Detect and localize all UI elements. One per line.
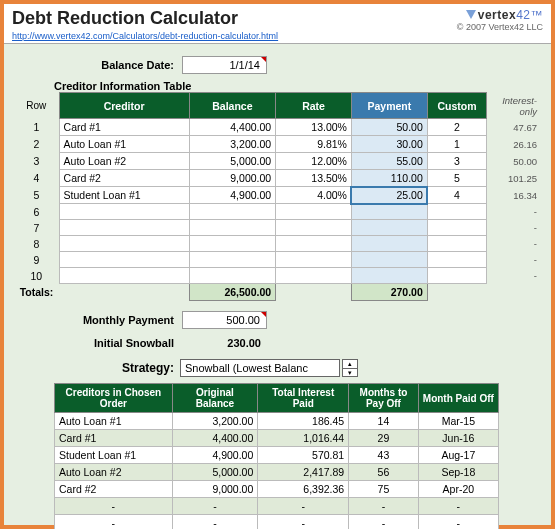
custom-cell[interactable] xyxy=(427,268,487,284)
custom-cell[interactable] xyxy=(427,204,487,220)
payment-cell[interactable]: 25.00 xyxy=(351,187,427,204)
custom-cell[interactable] xyxy=(427,220,487,236)
row-num: 9 xyxy=(14,252,59,268)
row-num: 1 xyxy=(14,119,59,136)
rate-cell[interactable] xyxy=(276,252,352,268)
col-custom: Custom xyxy=(427,93,487,119)
header: Debt Reduction Calculator http://www.ver… xyxy=(4,4,551,44)
payment-cell[interactable] xyxy=(351,236,427,252)
row-header: Row xyxy=(14,93,59,119)
result-interest: - xyxy=(258,515,349,530)
strategy-stepper[interactable]: ▴▾ xyxy=(342,359,358,377)
result-balance: - xyxy=(172,498,258,515)
result-balance: 9,000.00 xyxy=(172,481,258,498)
result-interest: 6,392.36 xyxy=(258,481,349,498)
custom-cell[interactable]: 2 xyxy=(427,119,487,136)
payment-cell[interactable]: 55.00 xyxy=(351,153,427,170)
result-paidoff: - xyxy=(418,515,498,530)
chevron-down-icon: ▾ xyxy=(343,369,357,377)
payment-cell[interactable] xyxy=(351,252,427,268)
monthly-payment-input[interactable]: 500.00 xyxy=(182,311,267,329)
balance-cell[interactable]: 4,900.00 xyxy=(189,187,276,204)
balance-cell[interactable]: 9,000.00 xyxy=(189,170,276,187)
rate-cell[interactable]: 9.81% xyxy=(276,136,352,153)
interest-only-label: Interest-only xyxy=(487,93,541,119)
result-creditor: Student Loan #1 xyxy=(55,447,173,464)
result-interest: 1,016.44 xyxy=(258,430,349,447)
strategy-select[interactable]: Snowball (Lowest Balanc xyxy=(180,359,340,377)
result-balance: - xyxy=(172,515,258,530)
creditor-cell[interactable] xyxy=(59,220,189,236)
interest-only-value: - xyxy=(487,268,541,284)
payment-cell[interactable]: 110.00 xyxy=(351,170,427,187)
result-creditor: Auto Loan #1 xyxy=(55,413,173,430)
svg-marker-0 xyxy=(466,10,476,19)
balance-date-input[interactable]: 1/1/14 xyxy=(182,56,267,74)
result-months: 43 xyxy=(349,447,419,464)
result-creditor: - xyxy=(55,498,173,515)
result-balance: 4,900.00 xyxy=(172,447,258,464)
col-balance: Balance xyxy=(189,93,276,119)
interest-only-value: 101.25 xyxy=(487,170,541,187)
totals-label: Totals: xyxy=(14,284,59,301)
creditor-cell[interactable] xyxy=(59,204,189,220)
row-num: 8 xyxy=(14,236,59,252)
chevron-up-icon: ▴ xyxy=(343,360,357,369)
result-interest: 2,417.89 xyxy=(258,464,349,481)
creditor-cell[interactable]: Card #1 xyxy=(59,119,189,136)
custom-cell[interactable] xyxy=(427,252,487,268)
totals-payment: 270.00 xyxy=(351,284,427,301)
rate-cell[interactable] xyxy=(276,268,352,284)
result-balance: 5,000.00 xyxy=(172,464,258,481)
rate-cell[interactable]: 13.50% xyxy=(276,170,352,187)
balance-cell[interactable] xyxy=(189,268,276,284)
rate-cell[interactable]: 12.00% xyxy=(276,153,352,170)
row-num: 3 xyxy=(14,153,59,170)
balance-cell[interactable] xyxy=(189,220,276,236)
balance-cell[interactable]: 5,000.00 xyxy=(189,153,276,170)
creditor-cell[interactable]: Auto Loan #1 xyxy=(59,136,189,153)
result-months: 14 xyxy=(349,413,419,430)
col-payment: Payment xyxy=(351,93,427,119)
creditor-cell[interactable]: Card #2 xyxy=(59,170,189,187)
payment-cell[interactable] xyxy=(351,220,427,236)
rcol-months: Months to Pay Off xyxy=(349,384,419,413)
interest-only-value: 47.67 xyxy=(487,119,541,136)
custom-cell[interactable]: 4 xyxy=(427,187,487,204)
creditor-cell[interactable]: Auto Loan #2 xyxy=(59,153,189,170)
monthly-payment-label: Monthly Payment xyxy=(54,314,174,326)
initial-snowball-value: 230.00 xyxy=(182,335,267,351)
balance-cell[interactable] xyxy=(189,236,276,252)
creditor-cell[interactable] xyxy=(59,236,189,252)
custom-cell[interactable]: 1 xyxy=(427,136,487,153)
payment-cell[interactable] xyxy=(351,268,427,284)
custom-cell[interactable] xyxy=(427,236,487,252)
creditor-cell[interactable]: Student Loan #1 xyxy=(59,187,189,204)
result-interest: 570.81 xyxy=(258,447,349,464)
payment-cell[interactable]: 50.00 xyxy=(351,119,427,136)
custom-cell[interactable]: 5 xyxy=(427,170,487,187)
payment-cell[interactable] xyxy=(351,204,427,220)
balance-cell[interactable]: 4,400.00 xyxy=(189,119,276,136)
rate-cell[interactable] xyxy=(276,204,352,220)
result-months: - xyxy=(349,498,419,515)
result-creditor: Card #1 xyxy=(55,430,173,447)
rate-cell[interactable] xyxy=(276,236,352,252)
rate-cell[interactable]: 13.00% xyxy=(276,119,352,136)
balance-cell[interactable] xyxy=(189,204,276,220)
rate-cell[interactable] xyxy=(276,220,352,236)
balance-cell[interactable] xyxy=(189,252,276,268)
payment-cell[interactable]: 30.00 xyxy=(351,136,427,153)
rate-cell[interactable]: 4.00% xyxy=(276,187,352,204)
result-balance: 3,200.00 xyxy=(172,413,258,430)
results-table: Creditors in Chosen Order Original Balan… xyxy=(54,383,499,529)
page-title: Debt Reduction Calculator xyxy=(12,8,457,29)
balance-cell[interactable]: 3,200.00 xyxy=(189,136,276,153)
col-creditor: Creditor xyxy=(59,93,189,119)
creditor-cell[interactable] xyxy=(59,252,189,268)
rcol-paidoff: Month Paid Off xyxy=(418,384,498,413)
creditor-cell[interactable] xyxy=(59,268,189,284)
result-months: - xyxy=(349,515,419,530)
source-link[interactable]: http://www.vertex42.com/Calculators/debt… xyxy=(12,31,278,41)
custom-cell[interactable]: 3 xyxy=(427,153,487,170)
